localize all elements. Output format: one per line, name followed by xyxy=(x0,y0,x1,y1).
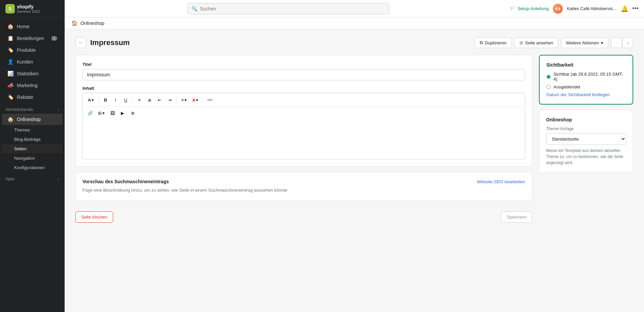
sidebar-sub-navigation-label: Navigation xyxy=(14,156,35,161)
sidebar-item-bestellungen-label: Bestellungen xyxy=(17,36,44,41)
list-ordered-button[interactable]: ≣ xyxy=(145,95,154,105)
sidebar-item-onlineshop[interactable]: 🏠 Onlineshop xyxy=(2,114,63,125)
bold-button[interactable]: B xyxy=(101,95,110,105)
setup-guide-label: Setup-Anleitung xyxy=(517,6,549,11)
sidebar-item-rabatte[interactable]: 🏷️ Rabatte xyxy=(2,91,63,103)
theme-select[interactable]: Standardseite xyxy=(546,133,626,145)
list-unordered-button[interactable]: ≡ xyxy=(135,95,144,105)
delete-page-button[interactable]: Seite löschen xyxy=(75,211,113,223)
prev-page-button[interactable]: ‹ xyxy=(611,37,622,48)
page-header: ← Impressum ⧉ Duplizieren ⊙ Seite ansehe… xyxy=(75,37,633,48)
more-menu-button[interactable]: ••• xyxy=(632,5,639,12)
sidebar-item-produkte[interactable]: 🏷️ Produkte xyxy=(2,44,63,56)
notification-bell[interactable]: 🔔 xyxy=(621,5,628,12)
video-button[interactable]: ▶ xyxy=(118,108,127,118)
page-content-card: Titel Inhalt A ▾ B I xyxy=(75,55,532,166)
visibility-hidden-label: Ausgeblendet xyxy=(553,84,580,89)
topbar: 🔍 🏳️ Setup-Anleitung KA Katies Café Abho… xyxy=(65,0,644,17)
align-dropdown-icon: ▾ xyxy=(184,98,187,103)
duplicate-button[interactable]: ⧉ Duplizieren xyxy=(475,37,512,48)
indent-left-button[interactable]: ⇤ xyxy=(155,95,164,105)
template-description: Weise ein Template aus deinem aktuellen … xyxy=(546,148,626,166)
align-select[interactable]: ≡ ▾ xyxy=(179,96,189,104)
title-input[interactable] xyxy=(82,69,525,80)
view-page-button[interactable]: ⊙ Seite ansehen xyxy=(514,38,558,48)
sidebar-sub-blog[interactable]: Blog-Beiträge xyxy=(2,135,63,144)
visibility-title: Sichtbarkeit xyxy=(546,62,626,68)
vertriebskanale-expand-icon[interactable]: › xyxy=(58,107,59,112)
font-label: A xyxy=(88,98,91,103)
font-select[interactable]: A ▾ xyxy=(86,96,96,104)
sidebar-item-kunden[interactable]: 👤 Kunden xyxy=(2,56,63,68)
more-actions-label: Weitere Aktionen xyxy=(566,40,599,45)
sidebar-sub-seiten[interactable]: Seiten xyxy=(2,144,63,153)
special-char-button[interactable]: ⊕ xyxy=(128,108,137,118)
sidebar-sub-themes[interactable]: Themes xyxy=(2,125,63,134)
sidebar-item-marketing[interactable]: 📣 Marketing xyxy=(2,80,63,91)
products-icon: 🏷️ xyxy=(7,47,13,53)
visibility-card: Sichtbarkeit Sichtbar (ab 29.6.2022, 05:… xyxy=(539,55,633,105)
apps-section: Apps › xyxy=(0,172,65,183)
more-actions-button[interactable]: Weitere Aktionen ▾ xyxy=(561,38,608,48)
visibility-visible-radio[interactable] xyxy=(546,75,551,79)
chevron-down-icon: ▾ xyxy=(601,40,603,45)
image-button[interactable]: 🖼 xyxy=(108,108,117,118)
setup-guide-link[interactable]: 🏳️ Setup-Anleitung xyxy=(510,6,549,11)
visibility-visible-option[interactable]: Sichtbar (ab 29.6.2022, 05:15 GMT-4) xyxy=(546,72,626,82)
search-icon: 🔍 xyxy=(192,6,197,11)
duplicate-label: Duplizieren xyxy=(485,40,507,45)
sidebar-item-home-label: Home xyxy=(17,24,29,29)
seo-description: Füge eine Beschreibung hinzu, um zu sehe… xyxy=(82,187,525,194)
underline-button[interactable]: U xyxy=(121,95,130,105)
online-shop-title: Onlineshop xyxy=(546,117,626,122)
main-area: 🔍 🏳️ Setup-Anleitung KA Katies Café Abho… xyxy=(65,0,644,312)
table-select[interactable]: ⊞ ▾ xyxy=(96,110,107,117)
sidebar-sub-seiten-label: Seiten xyxy=(14,146,27,151)
content-area: ← Impressum ⧉ Duplizieren ⊙ Seite ansehe… xyxy=(65,29,644,312)
sidebar-sub-konfigurationen-label: Konfigurationen xyxy=(14,165,45,170)
sidebar-sub-themes-label: Themes xyxy=(14,127,30,132)
marketing-icon: 📣 xyxy=(7,82,13,88)
toolbar-divider-1 xyxy=(98,96,99,103)
table-icon: ⊞ xyxy=(98,111,102,116)
analytics-icon: 📊 xyxy=(7,71,13,77)
toolbar-divider-4 xyxy=(203,96,203,103)
page-footer: Seite löschen Speichern xyxy=(75,206,532,223)
source-code-button[interactable]: </> xyxy=(205,95,214,105)
back-button[interactable]: ← xyxy=(75,37,86,48)
next-page-button[interactable]: › xyxy=(622,37,633,48)
date-visibility-link[interactable]: Datum der Sichtbarkeit festlegen xyxy=(546,92,626,97)
apps-expand-icon[interactable]: › xyxy=(58,177,59,181)
visibility-hidden-option[interactable]: Ausgeblendet xyxy=(546,84,626,89)
bestellungen-badge: 1 xyxy=(51,36,57,41)
sidebar-item-statistiken-label: Statistiken xyxy=(17,71,39,76)
save-button[interactable]: Speichern xyxy=(501,211,532,223)
seo-edit-link[interactable]: Website-SEO bearbeiten xyxy=(477,179,525,184)
sidebar-item-bestellungen[interactable]: 📋 Bestellungen 1 xyxy=(2,33,63,44)
search-input[interactable] xyxy=(200,6,385,11)
content-editor[interactable] xyxy=(82,119,525,159)
color-select[interactable]: A ▾ xyxy=(190,96,201,104)
main-column: Titel Inhalt A ▾ B I xyxy=(75,55,532,223)
apps-label: Apps xyxy=(5,177,14,181)
vertriebskanale-label: Vertriebskanäle xyxy=(5,107,33,112)
sidebar-sub-navigation[interactable]: Navigation xyxy=(2,154,63,163)
visibility-hidden-radio[interactable] xyxy=(546,85,551,89)
sidebar-item-statistiken[interactable]: 📊 Statistiken xyxy=(2,68,63,79)
flag-icon: 🏳️ xyxy=(510,6,515,11)
search-bar[interactable]: 🔍 xyxy=(187,3,389,14)
breadcrumb-label: Onlineshop xyxy=(80,21,104,26)
link-button[interactable]: 🔗 xyxy=(86,108,95,118)
toolbar-divider-2 xyxy=(132,96,133,103)
sidebar-item-home[interactable]: 🏠 Home xyxy=(2,21,63,32)
avatar[interactable]: KA xyxy=(553,4,563,14)
seo-header: Vorschau des Suchmaschineneintrags Websi… xyxy=(82,179,525,184)
breadcrumb-bar: 🏠 Onlineshop xyxy=(65,17,644,29)
italic-button[interactable]: I xyxy=(111,95,120,105)
page-actions: ⧉ Duplizieren ⊙ Seite ansehen Weitere Ak… xyxy=(475,37,633,48)
color-dropdown-icon: ▾ xyxy=(196,98,198,103)
sidebar-sub-konfigurationen[interactable]: Konfigurationen xyxy=(2,163,63,172)
shopify-logo-icon: S xyxy=(5,4,15,13)
view-page-label: Seite ansehen xyxy=(525,40,553,45)
indent-right-button[interactable]: ⇥ xyxy=(165,95,174,105)
